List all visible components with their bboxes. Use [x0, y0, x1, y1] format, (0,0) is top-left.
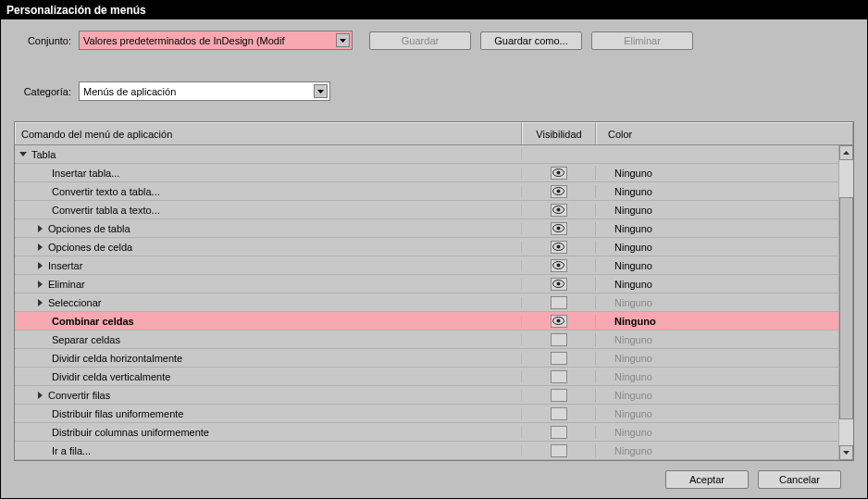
visibility-on-icon[interactable] — [551, 241, 567, 254]
row-label: Convertir filas — [48, 390, 110, 401]
table-row[interactable]: Separar celdasNinguno — [15, 331, 838, 349]
vertical-scrollbar[interactable] — [838, 145, 853, 460]
cell-color[interactable]: Ninguno — [596, 260, 838, 271]
tree-collapsed-icon[interactable] — [35, 280, 44, 289]
cell-color[interactable]: Ninguno — [596, 223, 838, 234]
cell-comando: Opciones de tabla — [15, 223, 522, 234]
tree-expanded-icon[interactable] — [19, 150, 28, 159]
table-row[interactable]: Distribuir filas uniformementeNinguno — [15, 405, 838, 423]
cell-visibilidad — [522, 185, 596, 198]
tree-collapsed-icon[interactable] — [35, 224, 44, 233]
svg-point-5 — [557, 208, 561, 212]
chevron-down-icon[interactable] — [336, 33, 350, 47]
cell-color[interactable]: Ninguno — [596, 205, 838, 216]
header-visibilidad[interactable]: Visibilidad — [522, 122, 596, 144]
conjunto-select[interactable]: Valores predeterminados de InDesign (Mod… — [79, 31, 353, 50]
visibility-on-icon[interactable] — [551, 315, 567, 328]
visibility-on-icon[interactable] — [551, 222, 567, 235]
scroll-up-icon[interactable] — [839, 145, 853, 160]
table-row[interactable]: Opciones de tablaNinguno — [15, 219, 838, 238]
table-row[interactable]: Convertir filasNinguno — [15, 386, 838, 405]
cell-color[interactable]: Ninguno — [596, 297, 838, 308]
cell-comando: Convertir texto a tabla... — [15, 186, 522, 197]
categoria-select[interactable]: Menús de aplicación — [79, 81, 330, 101]
cell-visibilidad — [522, 167, 596, 180]
visibility-off-icon[interactable] — [551, 370, 567, 383]
cancelar-button[interactable]: Cancelar — [758, 470, 841, 489]
cell-visibilidad — [522, 426, 596, 439]
cell-color[interactable]: Ninguno — [596, 168, 838, 179]
table-row[interactable]: EliminarNinguno — [15, 275, 838, 293]
visibility-off-icon[interactable] — [551, 352, 567, 365]
cell-comando: Tabla — [15, 149, 522, 160]
cell-visibilidad — [522, 352, 596, 365]
table-row[interactable]: Dividir celda verticalmenteNinguno — [15, 368, 838, 386]
cell-comando: Opciones de celda — [15, 242, 522, 253]
cell-color[interactable]: Ninguno — [596, 242, 838, 253]
cell-visibilidad — [522, 259, 596, 272]
table-body: TablaInsertar tabla...NingunoConvertir t… — [15, 145, 838, 460]
table-row[interactable]: Convertir tabla a texto...Ninguno — [15, 201, 838, 219]
cell-color[interactable]: Ninguno — [596, 371, 838, 382]
header-color[interactable]: Color — [596, 122, 853, 144]
scroll-track[interactable] — [839, 160, 853, 445]
visibility-off-icon[interactable] — [551, 296, 567, 309]
eliminar-button: Eliminar — [591, 31, 693, 50]
cell-comando: Dividir celda verticalmente — [15, 371, 522, 382]
visibility-off-icon[interactable] — [551, 426, 567, 439]
aceptar-button[interactable]: Aceptar — [665, 470, 749, 489]
cell-color[interactable]: Ninguno — [596, 390, 838, 401]
visibility-off-icon[interactable] — [551, 333, 567, 346]
conjunto-label: Conjunto: — [14, 35, 79, 46]
guardar-como-button[interactable]: Guardar como... — [480, 31, 582, 50]
scroll-thumb[interactable] — [839, 197, 853, 419]
header-comando[interactable]: Comando del menú de aplicación — [15, 122, 522, 144]
cell-color[interactable]: Ninguno — [596, 186, 838, 197]
visibility-off-icon[interactable] — [551, 389, 567, 402]
table-row[interactable]: InsertarNinguno — [15, 256, 838, 275]
visibility-on-icon[interactable] — [551, 259, 567, 272]
cell-color[interactable]: Ninguno — [596, 427, 838, 438]
visibility-on-icon[interactable] — [551, 167, 567, 180]
row-label: Distribuir filas uniformemente — [52, 408, 183, 419]
visibility-off-icon[interactable] — [551, 407, 567, 420]
table-row[interactable]: Combinar celdasNinguno — [15, 312, 838, 331]
svg-point-7 — [557, 227, 561, 231]
conjunto-value: Valores predeterminados de InDesign (Mod… — [83, 35, 348, 46]
tree-collapsed-icon[interactable] — [35, 261, 44, 270]
cell-color[interactable]: Ninguno — [596, 334, 838, 345]
cell-comando: Ir a fila... — [15, 445, 522, 456]
cell-color[interactable]: Ninguno — [596, 279, 838, 290]
cell-color[interactable]: Ninguno — [596, 408, 838, 419]
cell-color[interactable]: Ninguno — [596, 353, 838, 364]
cell-visibilidad — [522, 241, 596, 254]
cell-color[interactable]: Ninguno — [596, 316, 838, 327]
cell-visibilidad — [522, 204, 596, 217]
table-row[interactable]: Convertir texto a tabla...Ninguno — [15, 182, 838, 201]
visibility-on-icon[interactable] — [551, 185, 567, 198]
table-row[interactable]: Dividir celda horizontalmenteNinguno — [15, 349, 838, 368]
row-label: Ir a fila... — [52, 445, 91, 456]
visibility-on-icon[interactable] — [551, 278, 567, 291]
table-row[interactable]: SeleccionarNinguno — [15, 293, 838, 312]
row-label: Dividir celda horizontalmente — [52, 353, 182, 364]
cell-visibilidad — [522, 296, 596, 309]
cell-color[interactable]: Ninguno — [596, 445, 838, 456]
visibility-on-icon[interactable] — [551, 204, 567, 217]
guardar-button: Guardar — [369, 31, 471, 50]
table-row[interactable]: Ir a fila...Ninguno — [15, 442, 838, 460]
visibility-off-icon[interactable] — [551, 444, 567, 457]
cell-comando: Combinar celdas — [15, 316, 522, 327]
tree-collapsed-icon[interactable] — [35, 243, 44, 252]
scroll-down-icon[interactable] — [839, 445, 853, 460]
table-row[interactable]: Opciones de celdaNinguno — [15, 238, 838, 256]
tree-collapsed-icon[interactable] — [35, 391, 44, 400]
table-row[interactable]: Tabla — [15, 145, 838, 164]
table-row[interactable]: Distribuir columnas uniformementeNinguno — [15, 423, 838, 442]
svg-point-3 — [557, 190, 561, 193]
cell-visibilidad — [522, 444, 596, 457]
table-row[interactable]: Insertar tabla...Ninguno — [15, 164, 838, 182]
cell-comando: Insertar tabla... — [15, 168, 522, 179]
chevron-down-icon[interactable] — [314, 84, 328, 98]
tree-collapsed-icon[interactable] — [35, 298, 44, 307]
